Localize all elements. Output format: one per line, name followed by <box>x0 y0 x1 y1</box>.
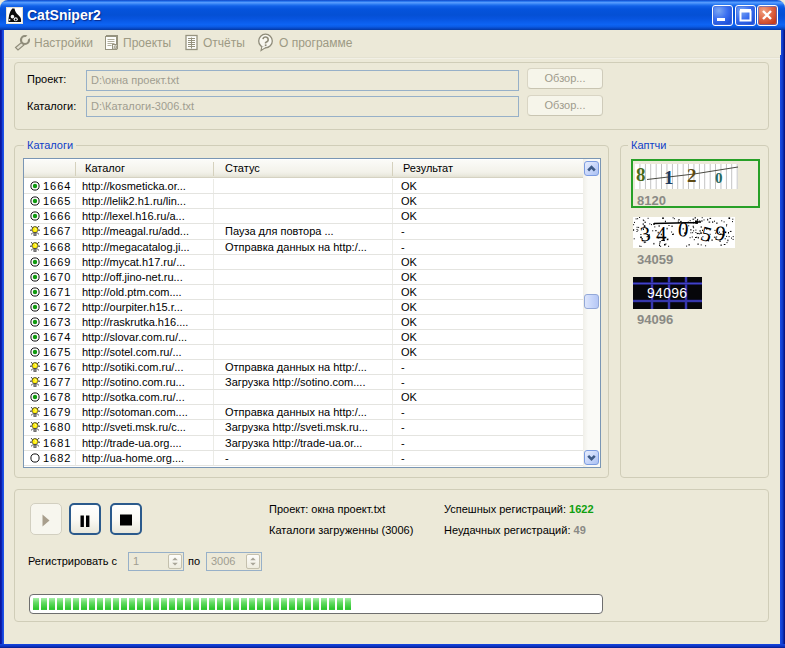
svg-text:2: 2 <box>687 165 697 186</box>
svg-text:4: 4 <box>656 222 667 246</box>
svg-text:1: 1 <box>664 167 674 188</box>
svg-text:0: 0 <box>677 217 689 242</box>
svg-text:0: 0 <box>715 170 723 186</box>
svg-text:8: 8 <box>636 164 646 185</box>
svg-text:94096: 94096 <box>647 285 687 301</box>
